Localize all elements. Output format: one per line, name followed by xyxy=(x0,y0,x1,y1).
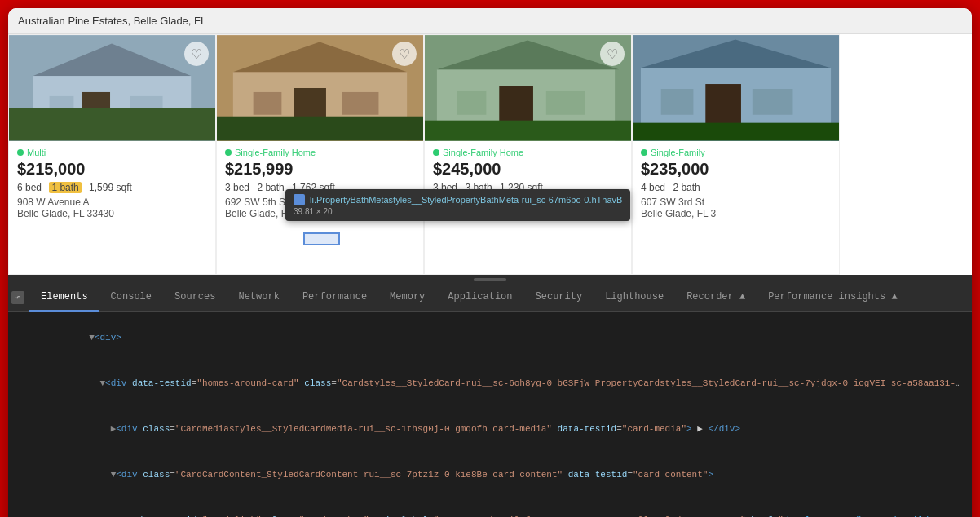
address-1: 908 W Avenue A xyxy=(17,197,207,208)
code-line-0: ▼<div> xyxy=(8,315,972,360)
svg-rect-19 xyxy=(457,91,487,115)
tooltip-size: 39.81 × 20 xyxy=(294,207,622,216)
status-dot-1 xyxy=(17,149,24,156)
favorite-button-3[interactable]: ♡ xyxy=(600,42,625,66)
code-line-2: ▶<div class="CardMediastyles__StyledCard… xyxy=(8,406,972,452)
svg-rect-11 xyxy=(342,92,379,115)
element-tooltip: li.PropertyBathMetastyles__StyledPropert… xyxy=(285,189,630,221)
property-section: ♡ Multi $215,000 6 bed 1 bath 1,599 sqft… xyxy=(8,34,972,275)
beds-4: 4 bed xyxy=(641,182,665,193)
favorite-button-1[interactable]: ♡ xyxy=(184,42,209,66)
code-line-4: <a data-testid="card-link" class="card-a… xyxy=(8,497,972,517)
tooltip-element-name: li.PropertyBathMetastyles__StyledPropert… xyxy=(310,195,622,205)
status-badge-2: Single-Family Home xyxy=(225,148,415,157)
property-image-1: ♡ xyxy=(9,35,215,141)
drag-handle[interactable] xyxy=(8,275,972,284)
highlight-overlay xyxy=(303,232,340,245)
baths-4: 2 bath xyxy=(673,182,700,193)
baths-2: 2 bath xyxy=(257,182,284,193)
property-image-3: ♡ xyxy=(425,35,631,141)
sqft-1: 1,599 sqft xyxy=(89,182,132,193)
tab-elements[interactable]: Elements xyxy=(29,284,99,312)
code-line-3: ▼<div class="CardCardContent_StyledCardC… xyxy=(8,452,972,497)
tab-memory[interactable]: Memory xyxy=(378,284,436,312)
baths-1: 1 bath xyxy=(49,182,81,193)
svg-rect-12 xyxy=(254,92,282,115)
status-badge-4: Single-Family xyxy=(641,148,831,157)
devtools-cursor-icon[interactable]: ↶ xyxy=(11,291,24,304)
drag-handle-bar xyxy=(474,278,506,281)
devtools-panel: ↶ Elements Console Sources Network Perfo… xyxy=(8,284,972,517)
browser-window: Australian Pine Estates, Belle Glade, FL xyxy=(8,8,972,517)
property-card-3: ♡ Single-Family Home $245,000 3 bed 3 ba… xyxy=(424,34,632,275)
tab-security[interactable]: Security xyxy=(524,284,594,312)
property-cards: ♡ Multi $215,000 6 bed 1 bath 1,599 sqft… xyxy=(8,34,972,275)
expand-arrow-0[interactable]: ▼ xyxy=(89,333,95,342)
tab-recorder[interactable]: Recorder ▲ xyxy=(675,284,757,312)
property-info-4: Single-Family $235,000 4 bed 2 bath 607 … xyxy=(633,141,839,226)
price-4: $235,000 xyxy=(641,160,831,179)
browser-titlebar: Australian Pine Estates, Belle Glade, FL xyxy=(8,8,972,34)
status-badge-3: Single-Family Home xyxy=(433,148,623,157)
tab-network[interactable]: Network xyxy=(227,284,290,312)
tab-performance[interactable]: Performance xyxy=(291,284,378,312)
devtools-toolbar: ↶ Elements Console Sources Network Perfo… xyxy=(8,284,972,312)
price-1: $215,000 xyxy=(17,160,207,179)
svg-rect-6 xyxy=(9,108,215,141)
status-dot-2 xyxy=(225,149,232,156)
tab-console[interactable]: Console xyxy=(99,284,163,312)
code-line-1: ▼<div data-testid="homes-around-card" cl… xyxy=(8,360,972,406)
svg-rect-27 xyxy=(633,123,839,141)
tooltip-header: li.PropertyBathMetastyles__StyledPropert… xyxy=(294,194,622,205)
page-title: Australian Pine Estates, Belle Glade, FL xyxy=(18,15,206,27)
property-image-2: ♡ xyxy=(217,35,423,141)
beds-1: 6 bed xyxy=(17,182,42,193)
price-3: $245,000 xyxy=(433,160,623,179)
status-dot-3 xyxy=(433,149,439,156)
tab-lighthouse[interactable]: Lighthouse xyxy=(594,284,675,312)
address-4: 607 SW 3rd St xyxy=(641,197,831,208)
svg-rect-18 xyxy=(546,91,585,115)
tab-sources[interactable]: Sources xyxy=(163,284,227,312)
tab-performance-insights[interactable]: Performance insights ▲ xyxy=(757,284,908,312)
tooltip-icon xyxy=(294,194,305,205)
property-card-1: ♡ Multi $215,000 6 bed 1 bath 1,599 sqft… xyxy=(8,34,216,275)
price-2: $215,999 xyxy=(225,160,415,179)
city-4: Belle Glade, FL 3 xyxy=(641,208,831,219)
favorite-button-2[interactable]: ♡ xyxy=(392,42,417,66)
property-image-4 xyxy=(633,35,839,141)
devtools-code-content[interactable]: ▼<div> ▼<div data-testid="homes-around-c… xyxy=(8,312,972,517)
city-1: Belle Glade, FL 33430 xyxy=(17,208,207,219)
svg-rect-20 xyxy=(425,121,631,141)
svg-rect-25 xyxy=(753,89,793,115)
svg-rect-26 xyxy=(661,89,694,115)
property-info-1: Multi $215,000 6 bed 1 bath 1,599 sqft 9… xyxy=(9,141,215,226)
status-dot-4 xyxy=(641,149,647,156)
tab-application[interactable]: Application xyxy=(436,284,523,312)
status-badge-1: Multi xyxy=(17,148,207,157)
property-card-4: Single-Family $235,000 4 bed 2 bath 607 … xyxy=(632,34,840,275)
beds-2: 3 bed xyxy=(225,182,249,193)
meta-4: 4 bed 2 bath xyxy=(641,182,831,193)
meta-1: 6 bed 1 bath 1,599 sqft xyxy=(17,182,207,193)
svg-rect-13 xyxy=(217,117,423,141)
